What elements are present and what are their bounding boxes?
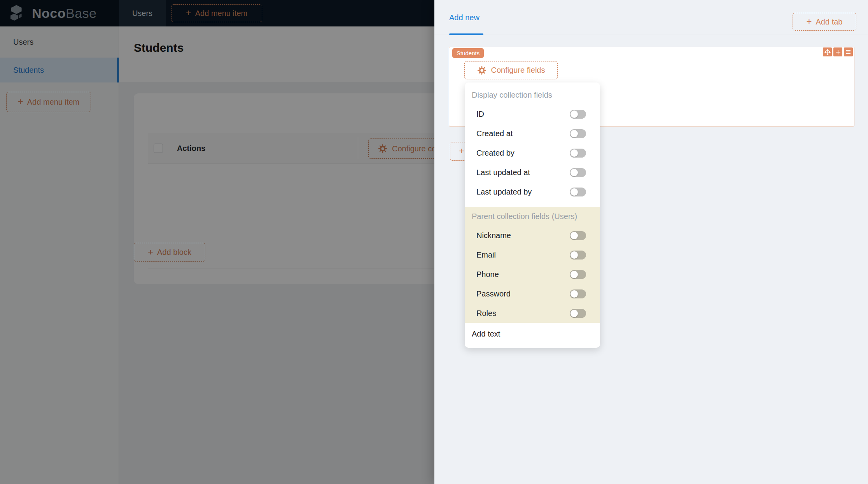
app-root: NocoBase Users + Add menu item Users Stu… (0, 0, 868, 484)
field-toggle-switch[interactable] (570, 188, 586, 196)
configure-fields-label: Configure fields (491, 66, 545, 75)
toggle-knob (570, 169, 578, 176)
toggle-knob (570, 232, 578, 239)
add-tab-label: Add tab (816, 18, 843, 26)
drag-handle-icon[interactable] (823, 47, 832, 56)
toggle-knob (570, 110, 578, 118)
field-toggle-switch[interactable] (570, 270, 586, 279)
menu-item-field-created-by[interactable]: Created by (465, 143, 600, 163)
field-toggle-switch[interactable] (570, 110, 586, 119)
toggle-knob (570, 130, 578, 137)
toggle-knob (570, 149, 578, 157)
drawer-mask[interactable] (0, 0, 434, 484)
insert-plus-icon[interactable] (833, 47, 842, 56)
menu-item-field-last-updated-at[interactable]: Last updated at (465, 163, 600, 182)
field-label: Roles (476, 309, 570, 318)
field-toggle-switch[interactable] (570, 251, 586, 260)
field-toggle-switch[interactable] (570, 231, 586, 240)
field-toggle-switch[interactable] (570, 309, 586, 318)
toggle-knob (570, 290, 578, 298)
configure-fields-dropdown: Display collection fields ID Created at … (465, 82, 600, 348)
field-label: Phone (476, 270, 570, 279)
field-toggle-switch[interactable] (570, 129, 586, 138)
menu-item-add-text[interactable]: Add text (465, 323, 600, 345)
collection-badge: Students (452, 48, 484, 58)
field-toggle-switch[interactable] (570, 289, 586, 298)
field-toggle-switch[interactable] (570, 168, 586, 177)
menu-item-field-password[interactable]: Password (465, 284, 600, 303)
tab-add-new[interactable]: Add new (449, 0, 480, 35)
parent-collection-group: Parent collection fields (Users) Nicknam… (465, 207, 600, 323)
designer-menu-icon[interactable] (844, 47, 853, 56)
settings-drawer: Add new + Add tab Students (434, 0, 868, 484)
menu-item-field-email[interactable]: Email (465, 245, 600, 265)
menu-item-field-nickname[interactable]: Nickname (465, 226, 600, 245)
field-label: Password (476, 289, 570, 298)
field-label: Email (476, 251, 570, 260)
plus-icon: + (459, 146, 464, 156)
menu-item-field-id[interactable]: ID (465, 104, 600, 124)
active-tab-indicator (449, 33, 483, 35)
toggle-knob (570, 188, 578, 196)
menu-item-field-last-updated-by[interactable]: Last updated by (465, 182, 600, 202)
add-tab-button[interactable]: + Add tab (793, 13, 856, 31)
tab-add-new-label: Add new (449, 13, 480, 22)
field-label: ID (476, 110, 570, 119)
menu-item-field-created-at[interactable]: Created at (465, 124, 600, 143)
gear-icon (477, 66, 486, 75)
designer-toolbar (823, 47, 853, 56)
field-label: Created by (476, 149, 570, 158)
menu-group-title: Display collection fields (465, 86, 600, 104)
menu-group-title: Parent collection fields (Users) (465, 207, 600, 226)
configure-fields-button[interactable]: Configure fields (464, 61, 558, 79)
plus-icon: + (807, 17, 812, 26)
toggle-knob (570, 271, 578, 278)
toggle-knob (570, 310, 578, 317)
toggle-knob (570, 251, 578, 259)
field-label: Last updated at (476, 168, 570, 177)
field-toggle-switch[interactable] (570, 149, 586, 158)
field-label: Nickname (476, 231, 570, 240)
drawer-tab-bar: Add new + Add tab (434, 0, 868, 35)
field-label: Last updated by (476, 188, 570, 196)
field-label: Created at (476, 129, 570, 138)
menu-item-field-phone[interactable]: Phone (465, 265, 600, 284)
menu-item-field-roles[interactable]: Roles (465, 303, 600, 323)
